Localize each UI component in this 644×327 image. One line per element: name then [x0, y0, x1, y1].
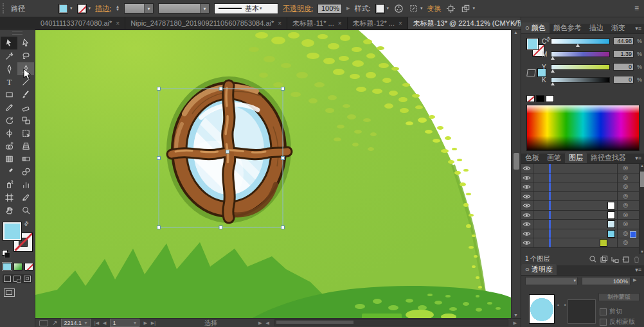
canvas[interactable]: S 五 ☽ °, ✚ [35, 30, 511, 318]
slider-handle[interactable] [551, 69, 555, 73]
make-clip-mask-icon[interactable] [600, 255, 608, 263]
layer-row[interactable]: ◎ [521, 229, 644, 239]
scrollbar-thumb[interactable] [640, 172, 644, 187]
share-icon[interactable]: ↗ [52, 319, 57, 326]
channel-value[interactable]: 0 [613, 76, 634, 84]
document-tab[interactable]: 0401111337074080.ai*× [35, 17, 125, 29]
channel-value[interactable]: 44.98 [613, 37, 634, 45]
draw-behind-button[interactable] [13, 276, 21, 282]
panel-tab-画笔[interactable]: 画笔 [543, 152, 565, 163]
selection-indicator[interactable] [630, 231, 636, 238]
scroll-right-icon[interactable]: ▶ [514, 321, 517, 326]
style-swatch-dropdown[interactable] [375, 4, 385, 13]
document-tab[interactable]: 未标题-12* ...× [348, 17, 408, 29]
pen-tool[interactable] [1, 62, 17, 75]
chevron-right-icon[interactable]: ▶ [633, 278, 636, 283]
close-icon[interactable]: × [116, 20, 120, 27]
stroke-weight-stepper[interactable]: ▲▼ [116, 5, 120, 12]
target-icon[interactable]: ◎ [623, 230, 628, 236]
close-icon[interactable]: × [398, 20, 402, 27]
black-swatch[interactable] [536, 95, 544, 102]
panel-menu-icon[interactable]: ▾≡ [635, 25, 641, 31]
brush-definition-dropdown[interactable]: ▼ [158, 3, 210, 13]
channel-slider[interactable] [551, 77, 610, 83]
screen-mode-button[interactable] [4, 288, 15, 297]
new-layer-icon[interactable] [622, 255, 630, 263]
chevron-right-icon[interactable]: ▶ [346, 6, 350, 11]
selection-tool[interactable] [1, 37, 17, 49]
type-tool[interactable]: T [1, 75, 17, 88]
panel-tab-图层[interactable]: 图层 [565, 152, 587, 163]
channel-slider[interactable] [551, 39, 610, 44]
perspective-grid-tool[interactable] [17, 139, 34, 152]
paintbrush-tool[interactable] [17, 88, 34, 101]
layer-row[interactable]: ◎ [521, 192, 644, 202]
fill-proxy[interactable] [526, 38, 539, 50]
layer-thumbnail[interactable] [607, 230, 615, 238]
clip-checkbox[interactable] [600, 308, 607, 315]
panel-menu-icon[interactable]: ≡ [634, 4, 638, 13]
panel-tab-渐变[interactable]: 渐变 [607, 22, 629, 33]
slider-handle[interactable] [551, 57, 555, 60]
target-icon[interactable]: ◎ [623, 174, 628, 181]
target-icon[interactable]: ◎ [623, 239, 628, 245]
artboard-dropdown[interactable]: 1▼ [110, 319, 139, 327]
delete-layer-icon[interactable] [632, 255, 641, 263]
horizontal-scrollbar[interactable] [274, 319, 508, 326]
stroke-style-dropdown[interactable]: 基本 ▾ [214, 3, 278, 14]
new-sublayer-icon[interactable] [611, 255, 619, 263]
color-spectrum[interactable] [526, 105, 640, 151]
layer-thumbnail[interactable] [607, 220, 615, 228]
panel-tab-透明度[interactable]: ○ 透明度 [521, 264, 557, 275]
blend-tool[interactable] [17, 165, 34, 178]
rectangle-tool[interactable] [1, 88, 17, 101]
layer-row[interactable]: ◎ [521, 173, 644, 183]
eye-icon[interactable] [523, 212, 531, 218]
slider-handle[interactable] [576, 44, 580, 47]
stroke-link[interactable]: 描边: [95, 4, 111, 13]
direct-selection-tool[interactable] [17, 37, 34, 49]
shape-builder-tool[interactable] [1, 139, 17, 152]
invert-mask-checkbox[interactable] [600, 319, 607, 326]
layer-row[interactable]: ◎ [521, 220, 644, 229]
prev-artboard-icon[interactable]: ◀ [103, 321, 106, 326]
channel-slider[interactable] [551, 64, 610, 70]
eye-icon[interactable] [523, 221, 531, 227]
panel-menu-icon[interactable]: ▾≡ [635, 267, 641, 273]
vertical-scrollbar[interactable]: ▲ ▼ [511, 30, 521, 318]
layer-row[interactable]: ◎ [521, 238, 644, 248]
next-artboard-icon[interactable]: ▶ [143, 321, 147, 326]
close-icon[interactable]: × [278, 20, 282, 27]
arrange-icon[interactable] [461, 3, 471, 13]
panel-tab-路径查找器[interactable]: 路径查找器 [587, 152, 630, 163]
eye-icon[interactable] [523, 175, 531, 181]
fill-swatch[interactable] [3, 222, 22, 241]
tab-overflow-icon[interactable]: » [513, 19, 517, 27]
default-fill-stroke-icon[interactable] [2, 250, 10, 257]
scroll-left-icon[interactable]: ▶ [258, 321, 262, 326]
draw-inside-button[interactable] [24, 276, 31, 282]
status-icon[interactable] [39, 320, 48, 326]
eye-icon[interactable] [523, 165, 531, 172]
channel-slider[interactable] [551, 51, 610, 57]
panel-tab-色板[interactable]: 色板 [521, 152, 543, 163]
column-graph-tool[interactable] [17, 178, 34, 191]
eye-icon[interactable] [523, 231, 531, 237]
chevron-down-icon[interactable]: ▾ [473, 6, 476, 11]
eye-icon[interactable] [523, 202, 531, 209]
stroke-weight-dropdown[interactable]: ▼ [124, 3, 154, 13]
swap-fill-stroke-icon[interactable]: ⇄ [22, 220, 30, 227]
blend-mode-dropdown[interactable] [525, 277, 578, 285]
last-artboard-icon[interactable]: ▶| [151, 321, 156, 326]
gradient-mode-button[interactable] [13, 263, 22, 270]
scrollbar-thumb[interactable] [514, 153, 519, 170]
eye-icon[interactable] [523, 193, 531, 200]
chevron-down-icon[interactable]: ▾ [89, 6, 91, 11]
eraser-tool[interactable] [17, 101, 34, 114]
layer-thumbnail[interactable] [600, 239, 607, 247]
mesh-tool[interactable] [1, 152, 17, 165]
layer-row[interactable]: ◎ [521, 211, 644, 220]
layer-thumbnail[interactable] [607, 202, 615, 209]
layer-row[interactable]: ◎ [521, 201, 644, 211]
layer-thumbnail[interactable] [607, 211, 615, 219]
